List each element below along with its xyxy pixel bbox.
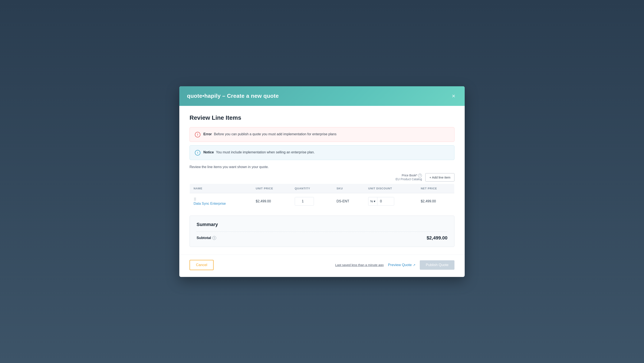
cell-unit-price: $2,499.00 <box>252 193 291 210</box>
cell-sku: DS-ENT <box>333 193 364 210</box>
summary-section: Summary Subtotal i $2,499.00 <box>190 216 454 247</box>
price-book-name: EU Product Catalog <box>396 178 422 181</box>
col-net-price: NET PRICE <box>417 184 454 193</box>
cancel-button[interactable]: Cancel <box>190 260 214 270</box>
close-button[interactable]: × <box>450 92 457 100</box>
price-book-info: Price Book* ? EU Product Catalog <box>396 174 422 181</box>
error-text: Error Before you can publish a quote you… <box>204 132 336 137</box>
section-title: Review Line Items <box>190 114 454 121</box>
discount-type-select[interactable]: % ▾ <box>368 197 377 206</box>
preview-quote-button[interactable]: Preview Quote ↗ <box>388 263 416 267</box>
col-name: NAME <box>190 184 252 193</box>
price-book-title: Price Book* ? <box>396 174 422 178</box>
notice-alert: i Notice You must include implementation… <box>190 145 454 160</box>
quantity-input[interactable] <box>295 197 314 206</box>
notice-label: Notice <box>204 150 214 154</box>
modal: quote•hapily – Create a new quote × Revi… <box>179 86 465 277</box>
col-sku: SKU <box>333 184 364 193</box>
summary-title: Summary <box>196 222 448 227</box>
col-quantity: QUANTITY <box>291 184 333 193</box>
table-toolbar: Price Book* ? EU Product Catalog + Add l… <box>190 173 454 182</box>
line-items-description: Review the line items you want shown in … <box>190 165 454 169</box>
error-icon: ! <box>195 132 200 138</box>
external-link-icon: ↗ <box>413 263 416 267</box>
modal-title: quote•hapily – Create a new quote <box>187 93 279 99</box>
table-body: ⠿ Data Sync Enterprise $2,499.00 DS-ENT … <box>190 193 454 210</box>
modal-footer: Cancel Last saved less than a minute ago… <box>179 254 465 277</box>
publish-quote-button[interactable]: Publish Quote <box>420 260 454 270</box>
chevron-down-icon: ▾ <box>374 200 376 203</box>
notice-icon: i <box>195 150 200 156</box>
subtotal-value: $2,499.00 <box>426 235 448 241</box>
add-line-item-button[interactable]: + Add line item <box>425 173 454 182</box>
line-items-table: NAME UNIT PRICE QUANTITY SKU UNIT DISCOU… <box>190 184 454 210</box>
table-header: NAME UNIT PRICE QUANTITY SKU UNIT DISCOU… <box>190 184 454 193</box>
modal-header: quote•hapily – Create a new quote × <box>179 86 465 106</box>
last-saved-text[interactable]: Last saved less than a minute ago <box>335 263 384 267</box>
footer-right: Last saved less than a minute ago Previe… <box>335 260 454 270</box>
notice-message: You must include implementation when sel… <box>216 150 315 154</box>
modal-container: quote•hapily – Create a new quote × Revi… <box>179 86 465 277</box>
summary-row: Subtotal i $2,499.00 <box>196 232 448 241</box>
cell-quantity[interactable] <box>291 193 333 210</box>
col-unit-price: UNIT PRICE <box>252 184 291 193</box>
subtotal-info-icon[interactable]: i <box>212 236 216 240</box>
discount-value-input[interactable] <box>377 197 394 206</box>
error-alert: ! Error Before you can publish a quote y… <box>190 127 454 142</box>
modal-body: Review Line Items ! Error Before you can… <box>179 106 465 254</box>
notice-text: Notice You must include implementation w… <box>204 150 315 155</box>
col-unit-discount: UNIT DISCOUNT <box>364 184 417 193</box>
error-label: Error <box>204 132 212 136</box>
error-message: Before you can publish a quote you must … <box>214 132 336 136</box>
cell-discount: % ▾ <box>364 193 417 210</box>
cell-name: ⠿ Data Sync Enterprise <box>190 193 252 210</box>
drag-handle-icon[interactable]: ⠿ <box>194 197 196 202</box>
table-row: ⠿ Data Sync Enterprise $2,499.00 DS-ENT … <box>190 193 454 210</box>
discount-group: % ▾ <box>368 197 413 206</box>
cell-net-price: $2,499.00 <box>417 193 454 210</box>
subtotal-label: Subtotal i <box>196 236 216 240</box>
price-book-info-icon[interactable]: ? <box>418 174 422 178</box>
product-name-link[interactable]: Data Sync Enterprise <box>194 202 248 206</box>
